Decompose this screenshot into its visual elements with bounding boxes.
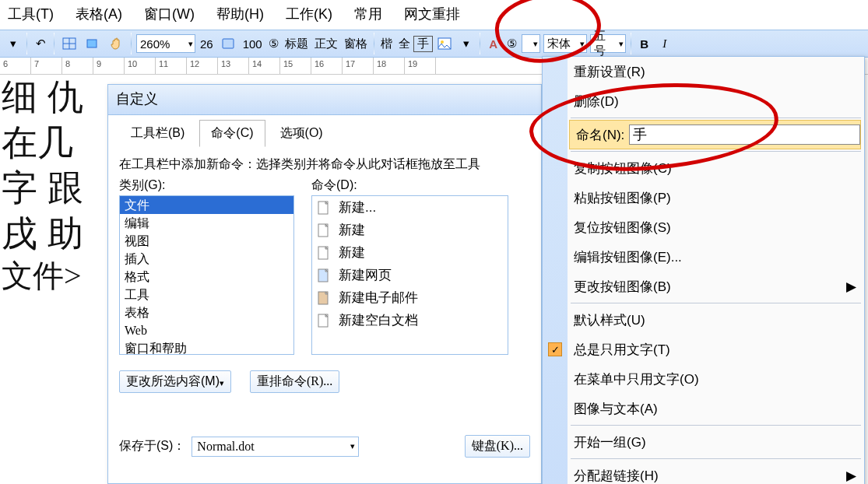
number-26: 26 — [197, 37, 216, 51]
category-item[interactable]: 格式 — [120, 268, 293, 286]
menu-reflow[interactable]: 网文重排 — [404, 5, 460, 23]
picture-icon[interactable] — [434, 33, 455, 54]
menu-separator — [571, 151, 861, 152]
tb-full[interactable]: 全 — [395, 37, 413, 51]
submenu-arrow-icon: ▶ — [846, 279, 856, 295]
text-line: 细 仇 — [0, 74, 109, 120]
undo-icon[interactable]: ↶ — [31, 33, 50, 54]
menu-name-label: 命名(N): — [576, 126, 624, 144]
dialog-title: 自定义 — [108, 85, 541, 115]
tb-pane[interactable]: 窗格 — [341, 37, 371, 51]
font-combo[interactable]: 宋体 — [543, 34, 587, 53]
menu-item[interactable]: ✓总是只用文字(T) — [543, 335, 864, 364]
command-item[interactable]: 新建网页 — [312, 264, 508, 286]
category-listbox[interactable]: 文件编辑视图插入格式工具表格Web窗口和帮助绘图 — [119, 195, 294, 355]
menu-item[interactable]: 更改按钮图像(B)▶ — [543, 272, 864, 301]
svg-point-6 — [441, 40, 444, 44]
category-item[interactable]: 编辑 — [120, 214, 293, 232]
separator — [26, 33, 27, 54]
document-content: 细 仇 在几 字 跟 戌 助 文件> — [0, 74, 109, 484]
category-item[interactable]: 窗口和帮助 — [120, 339, 293, 355]
menu-item[interactable]: 分配超链接(H)▶ — [543, 461, 864, 484]
command-item[interactable]: 新建空白文档 — [312, 309, 508, 331]
menubar: 工具(T) 表格(A) 窗口(W) 帮助(H) 工作(K) 常用 网文重排 — [0, 0, 868, 30]
menu-item[interactable]: 默认样式(U) — [543, 305, 864, 335]
menu-name-row[interactable]: 命名(N): — [569, 120, 861, 149]
menu-item[interactable]: 删除(D) — [543, 86, 864, 116]
category-item[interactable]: 文件 — [120, 196, 293, 214]
menu-tools[interactable]: 工具(T) — [8, 5, 54, 23]
italic-button[interactable]: I — [655, 33, 674, 54]
tab-commands[interactable]: 命令(C) — [199, 120, 265, 147]
menu-separator — [571, 117, 861, 118]
command-item[interactable]: 新建电子邮件 — [312, 286, 508, 309]
command-listbox[interactable]: 新建...新建新建新建网页新建电子邮件新建空白文档 — [311, 195, 508, 355]
svg-rect-4 — [223, 39, 234, 48]
menu-work[interactable]: 工作(K) — [286, 5, 332, 23]
commands-label: 命令(D): — [311, 177, 508, 194]
category-item[interactable]: 表格 — [120, 303, 293, 321]
text-line: 字 跟 — [0, 165, 109, 211]
command-item[interactable]: 新建... — [312, 196, 508, 219]
menu-item[interactable]: 粘贴按钮图像(P) — [543, 183, 864, 212]
svg-rect-3 — [87, 40, 97, 47]
category-item[interactable]: 视图 — [120, 232, 293, 250]
customize-dialog: 自定义 工具栏(B) 命令(C) 选项(O) 在工具栏中添加新命令：选择类别并将… — [107, 84, 542, 484]
rearrange-commands-button[interactable]: 重排命令(R)... — [250, 370, 339, 393]
categories-label: 类别(G): — [119, 177, 294, 194]
context-menu: 重新设置(R)删除(D)命名(N):复制按钮图像(C)粘贴按钮图像(P)复位按钮… — [542, 56, 865, 484]
table-icon[interactable] — [58, 33, 80, 54]
menu-item[interactable]: 编辑按钮图像(E)... — [543, 242, 864, 272]
fontsize-combo[interactable]: 五号 — [590, 34, 626, 53]
separator — [374, 33, 374, 54]
separator — [631, 33, 631, 54]
dialog-hint: 在工具栏中添加新命令：选择类别并将命令从此对话框拖放至工具 — [119, 156, 530, 173]
category-item[interactable]: 工具 — [120, 286, 293, 303]
tb-title[interactable]: 标题 — [282, 37, 311, 51]
tab-options[interactable]: 选项(O) — [269, 120, 335, 147]
menu-item[interactable]: 复制按钮图像(C) — [543, 153, 864, 183]
circle-5-icon: ⑤ — [265, 37, 282, 51]
menu-help[interactable]: 帮助(H) — [216, 5, 264, 23]
separator — [480, 33, 480, 54]
menu-item[interactable]: 开始一组(G) — [543, 427, 864, 457]
menu-item[interactable]: 复位按钮图像(S) — [543, 212, 864, 242]
separator — [54, 33, 54, 54]
menu-table[interactable]: 表格(A) — [76, 5, 122, 23]
book-icon[interactable] — [217, 33, 239, 54]
bold-button[interactable]: B — [635, 33, 654, 54]
menu-common[interactable]: 常用 — [354, 5, 382, 23]
font-color-icon[interactable]: A — [484, 33, 503, 54]
menu-name-input[interactable] — [629, 125, 860, 145]
menu-item[interactable]: 在菜单中只用文字(O) — [543, 364, 864, 394]
text-line: 文件> — [0, 256, 109, 296]
menu-separator — [571, 458, 861, 459]
category-item[interactable]: 插入 — [120, 250, 293, 268]
menu-separator — [571, 425, 861, 426]
change-selection-button[interactable]: 更改所选内容(M) — [119, 370, 231, 393]
menu-item[interactable]: 重新设置(R) — [543, 57, 864, 86]
menu-window[interactable]: 窗口(W) — [144, 5, 195, 23]
hand-icon[interactable] — [105, 33, 127, 54]
tb-body[interactable]: 正文 — [311, 37, 341, 51]
separator — [131, 33, 132, 54]
tb-kai[interactable]: 楷 — [378, 37, 395, 51]
save-in-combo[interactable]: Normal.dot — [192, 437, 359, 457]
keyboard-button[interactable]: 键盘(K)... — [465, 435, 530, 458]
tab-toolbars[interactable]: 工具栏(B) — [119, 120, 196, 147]
command-item[interactable]: 新建 — [312, 219, 508, 241]
toolbar-dd1-icon[interactable]: ▾ — [4, 33, 23, 54]
dropdown-blank[interactable] — [522, 34, 540, 53]
fill-icon[interactable] — [82, 33, 104, 54]
toolbar-dd2-icon[interactable]: ▾ — [457, 33, 476, 54]
text-line: 戌 助 — [0, 211, 109, 257]
submenu-arrow-icon: ▶ — [846, 468, 856, 484]
save-in-label: 保存于(S)： — [119, 438, 185, 454]
dialog-tabs: 工具栏(B) 命令(C) 选项(O) — [108, 115, 541, 147]
command-item[interactable]: 新建 — [312, 241, 508, 264]
tb-hand[interactable]: 手 — [413, 36, 433, 52]
toolbar: ▾ ↶ 260% 26 100 ⑤ 标题 正文 窗格 楷 全 手 ▾ A ⑤ 宋… — [0, 30, 868, 58]
menu-item[interactable]: 图像与文本(A) — [543, 394, 864, 423]
zoom-combo[interactable]: 260% — [136, 34, 195, 53]
category-item[interactable]: Web — [120, 321, 293, 339]
